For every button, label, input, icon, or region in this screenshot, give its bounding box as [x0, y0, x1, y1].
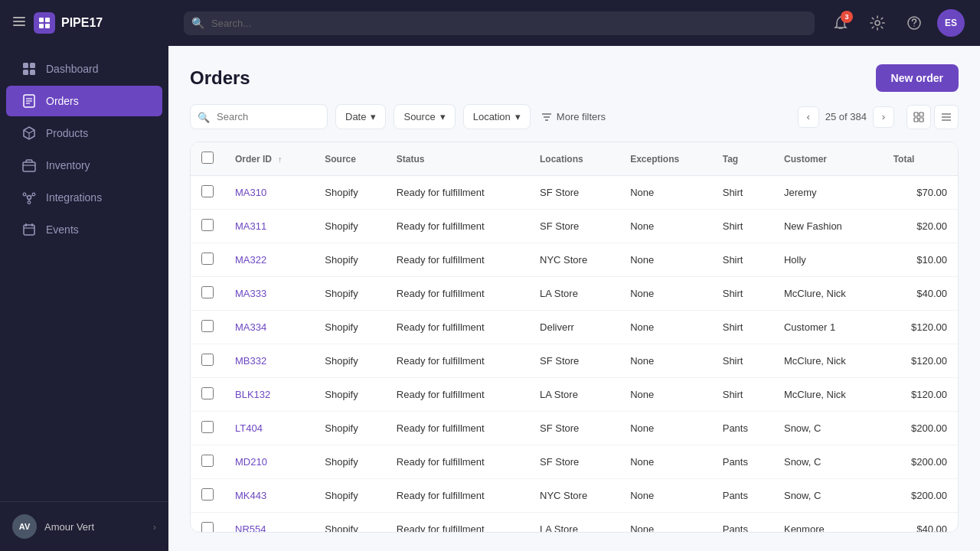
- search-icon: 🔍: [191, 17, 204, 29]
- col-source: Source: [314, 142, 386, 176]
- row-location: SF Store: [529, 445, 619, 479]
- row-source: Shopify: [314, 412, 386, 445]
- row-source: Shopify: [314, 445, 386, 479]
- order-id-link[interactable]: MD210: [235, 456, 267, 468]
- sidebar-item-dashboard[interactable]: Dashboard: [6, 54, 162, 84]
- sidebar-item-inventory[interactable]: Inventory: [6, 150, 162, 181]
- settings-button[interactable]: [864, 9, 891, 37]
- row-tag: Pants: [712, 412, 773, 445]
- sort-icon: ↑: [278, 155, 283, 164]
- col-order-id: Order ID↑: [224, 142, 314, 176]
- page-title: Orders: [190, 67, 250, 89]
- row-source: Shopify: [314, 243, 386, 277]
- row-checkbox[interactable]: [201, 421, 214, 433]
- more-filters-button[interactable]: More filters: [538, 105, 609, 129]
- row-checkbox[interactable]: [201, 320, 214, 332]
- order-id-link[interactable]: MA310: [235, 187, 266, 198]
- orders-table-wrapper: Order ID↑ Source Status Locations Except…: [190, 142, 959, 533]
- row-source: Shopify: [314, 378, 386, 412]
- svg-point-32: [875, 21, 880, 25]
- row-checkbox[interactable]: [201, 253, 214, 265]
- sidebar-item-orders[interactable]: Orders: [6, 86, 162, 116]
- row-location: SF Store: [529, 210, 619, 243]
- order-id-link[interactable]: MA322: [235, 254, 266, 266]
- row-total: $10.00: [883, 243, 958, 277]
- row-tag: Shirt: [712, 344, 773, 378]
- date-chevron-icon: ▾: [371, 111, 376, 122]
- col-tag: Tag: [712, 142, 773, 176]
- sidebar-item-label: Integrations: [46, 191, 102, 204]
- row-customer: Kenmore: [773, 513, 883, 533]
- row-tag: Shirt: [712, 378, 773, 412]
- row-checkbox[interactable]: [201, 387, 214, 399]
- date-filter-button[interactable]: Date ▾: [335, 104, 386, 129]
- row-total: $120.00: [883, 311, 958, 344]
- new-order-button[interactable]: New order: [876, 64, 959, 92]
- row-customer: Snow, C: [773, 445, 883, 479]
- row-checkbox[interactable]: [201, 488, 214, 500]
- row-total: $120.00: [883, 344, 958, 378]
- footer-company: Amour Vert: [44, 521, 145, 533]
- svg-rect-6: [45, 24, 50, 28]
- grid-view-button[interactable]: [906, 105, 931, 129]
- col-locations: Locations: [529, 142, 619, 176]
- source-filter-button[interactable]: Source ▾: [394, 104, 455, 129]
- order-id-link[interactable]: MK443: [235, 490, 266, 501]
- row-customer: McClure, Nick: [773, 277, 883, 311]
- row-tag: Shirt: [712, 176, 773, 210]
- row-source: Shopify: [314, 344, 386, 378]
- order-id-link[interactable]: MA311: [235, 220, 266, 232]
- row-checkbox[interactable]: [201, 455, 214, 467]
- svg-rect-5: [39, 24, 44, 28]
- row-status: Ready for fulfillment: [386, 479, 529, 513]
- notifications-button[interactable]: 3: [827, 9, 854, 37]
- order-id-link[interactable]: BLK132: [235, 389, 270, 400]
- sidebar-item-integrations[interactable]: Integrations: [6, 182, 162, 213]
- row-exceptions: None: [619, 210, 712, 243]
- sidebar-item-products[interactable]: Products: [6, 118, 162, 148]
- row-status: Ready for fulfillment: [386, 513, 529, 533]
- table-row: MK443 Shopify Ready for fulfillment NYC …: [191, 479, 958, 513]
- sidebar-item-events[interactable]: Events: [6, 214, 162, 245]
- pagination-prev-arrow[interactable]: ‹: [798, 106, 819, 128]
- row-status: Ready for fulfillment: [386, 311, 529, 344]
- row-checkbox[interactable]: [201, 219, 214, 231]
- topbar-search-input[interactable]: [184, 11, 815, 35]
- order-id-link[interactable]: MA333: [235, 288, 266, 299]
- sidebar-header: PIPE17: [0, 0, 168, 46]
- order-search-input[interactable]: [190, 104, 328, 129]
- sidebar-item-label: Events: [46, 223, 79, 236]
- row-customer: Snow, C: [773, 479, 883, 513]
- app-name: PIPE17: [61, 16, 103, 30]
- row-exceptions: None: [619, 243, 712, 277]
- row-customer: Holly: [773, 243, 883, 277]
- help-button[interactable]: [900, 9, 928, 37]
- list-view-button[interactable]: [934, 105, 959, 129]
- row-exceptions: None: [619, 277, 712, 311]
- user-avatar[interactable]: ES: [937, 9, 965, 37]
- order-id-link[interactable]: NR554: [235, 523, 266, 533]
- topbar: 🔍 3: [168, 0, 980, 46]
- pagination-next-arrow[interactable]: ›: [873, 106, 894, 128]
- order-id-link[interactable]: LT404: [235, 422, 263, 434]
- row-checkbox[interactable]: [201, 185, 214, 197]
- order-id-link[interactable]: MB332: [235, 355, 266, 367]
- row-location: LA Store: [529, 513, 619, 533]
- row-checkbox[interactable]: [201, 354, 214, 366]
- svg-point-23: [28, 201, 31, 204]
- row-checkbox[interactable]: [201, 522, 214, 533]
- row-exceptions: None: [619, 513, 712, 533]
- location-filter-button[interactable]: Location ▾: [463, 104, 531, 129]
- row-checkbox[interactable]: [201, 286, 214, 298]
- order-id-link[interactable]: MA334: [235, 321, 266, 333]
- row-tag: Shirt: [712, 210, 773, 243]
- select-all-checkbox[interactable]: [201, 152, 214, 164]
- hamburger-icon[interactable]: [12, 15, 26, 31]
- products-icon: [21, 126, 37, 141]
- sidebar-footer[interactable]: AV Amour Vert ›: [0, 501, 168, 551]
- source-chevron-icon: ▾: [440, 111, 446, 122]
- svg-rect-7: [23, 63, 28, 68]
- row-tag: Shirt: [712, 277, 773, 311]
- content-area: Orders New order 🔍 Date ▾ Source ▾ Locat…: [168, 46, 980, 551]
- svg-point-20: [28, 196, 31, 200]
